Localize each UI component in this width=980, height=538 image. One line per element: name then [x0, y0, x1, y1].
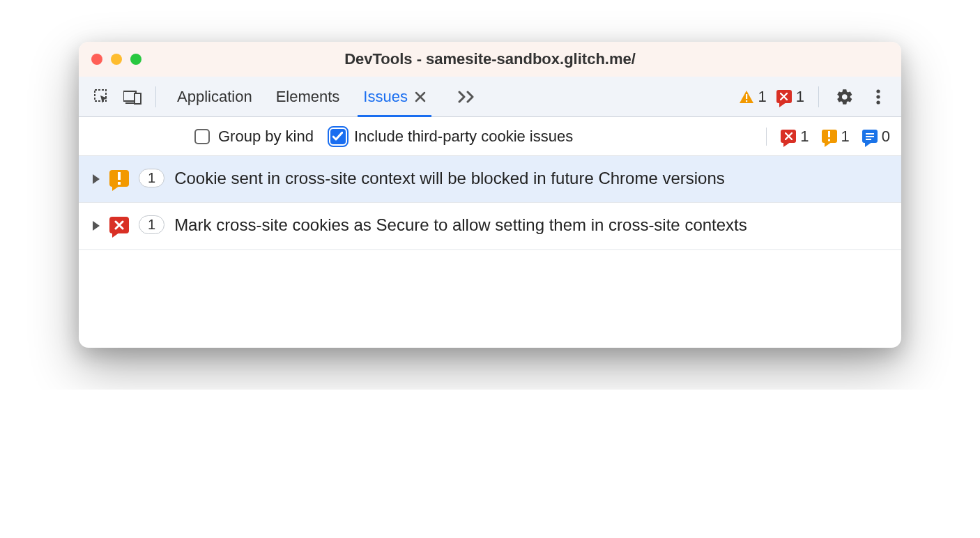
error-speech-icon — [781, 130, 796, 143]
close-window-button[interactable] — [91, 54, 102, 65]
tab-elements[interactable]: Elements — [276, 77, 340, 116]
warning-count: 1 — [758, 88, 767, 106]
info-speech-icon — [862, 130, 878, 143]
tab-label: Elements — [276, 88, 340, 106]
svg-rect-10 — [828, 139, 830, 141]
more-tabs-icon[interactable] — [458, 91, 477, 103]
devtools-window: DevTools - samesite-sandbox.glitch.me/ A… — [79, 42, 901, 348]
expand-caret-icon[interactable] — [93, 221, 100, 231]
close-tab-icon[interactable] — [415, 91, 426, 102]
more-menu-icon[interactable] — [866, 85, 890, 109]
window-controls — [91, 54, 141, 65]
settings-gear-icon[interactable] — [833, 85, 857, 109]
svg-rect-15 — [118, 182, 121, 185]
svg-rect-3 — [135, 93, 141, 104]
issue-title: Cookie sent in cross-site context will b… — [174, 167, 887, 190]
issue-row[interactable]: 1 Mark cross-site cookies as Secure to a… — [79, 203, 901, 249]
tab-label: Issues — [363, 88, 408, 106]
window-title: DevTools - samesite-sandbox.glitch.me/ — [79, 50, 901, 68]
separator — [818, 86, 819, 107]
inspect-element-icon[interactable] — [90, 85, 114, 109]
separator — [155, 86, 156, 107]
count-value: 1 — [841, 128, 850, 146]
error-count: 1 — [796, 88, 804, 106]
issue-count-badge: 1 — [139, 169, 164, 187]
warning-speech-icon — [822, 130, 837, 143]
issue-title: Mark cross-site cookies as Secure to all… — [174, 214, 887, 236]
info-filter-count[interactable]: 0 — [862, 128, 890, 146]
error-speech-icon — [776, 90, 792, 103]
warning-triangle-icon — [739, 90, 754, 104]
checkbox-icon — [194, 129, 210, 144]
expand-caret-icon[interactable] — [93, 174, 100, 184]
svg-rect-5 — [746, 100, 747, 102]
issue-count-badge: 1 — [139, 215, 164, 234]
error-filter-count[interactable]: 1 — [781, 128, 809, 146]
issues-filter-bar: Group by kind Include third-party cookie… — [79, 117, 901, 156]
group-by-kind-checkbox[interactable]: Group by kind — [194, 128, 314, 146]
panel-tabs: Application Elements Issues — [177, 77, 477, 116]
svg-point-8 — [876, 100, 880, 104]
titlebar: DevTools - samesite-sandbox.glitch.me/ — [79, 42, 901, 77]
checkbox-label: Group by kind — [218, 128, 314, 146]
issue-row[interactable]: 1 Cookie sent in cross-site context will… — [79, 156, 901, 203]
checkbox-label: Include third-party cookie issues — [354, 128, 573, 146]
tab-issues[interactable]: Issues — [363, 77, 426, 116]
svg-rect-14 — [118, 172, 121, 180]
warning-speech-icon — [109, 170, 129, 187]
svg-rect-4 — [746, 94, 747, 99]
maximize-window-button[interactable] — [130, 54, 141, 65]
error-count-group[interactable]: 1 — [776, 88, 804, 106]
error-speech-icon — [109, 217, 129, 233]
toolbar-right: 1 1 — [739, 85, 891, 109]
issues-list: 1 Cookie sent in cross-site context will… — [79, 156, 901, 250]
minimize-window-button[interactable] — [111, 54, 122, 65]
tab-application[interactable]: Application — [177, 77, 252, 116]
svg-rect-9 — [828, 131, 830, 137]
warning-count-group[interactable]: 1 — [739, 88, 767, 106]
count-value: 0 — [882, 128, 890, 146]
count-value: 1 — [800, 128, 809, 146]
checkbox-checked-icon — [330, 129, 346, 144]
tab-label: Application — [177, 88, 252, 106]
svg-point-7 — [876, 95, 880, 98]
warning-filter-count[interactable]: 1 — [822, 128, 850, 146]
svg-point-6 — [876, 89, 880, 93]
issue-severity-counts: 1 1 0 — [766, 128, 890, 146]
device-toggle-icon[interactable] — [121, 85, 144, 109]
issues-empty-area — [79, 250, 901, 348]
include-third-party-checkbox[interactable]: Include third-party cookie issues — [330, 128, 573, 146]
main-toolbar: Application Elements Issues 1 1 — [79, 77, 901, 117]
